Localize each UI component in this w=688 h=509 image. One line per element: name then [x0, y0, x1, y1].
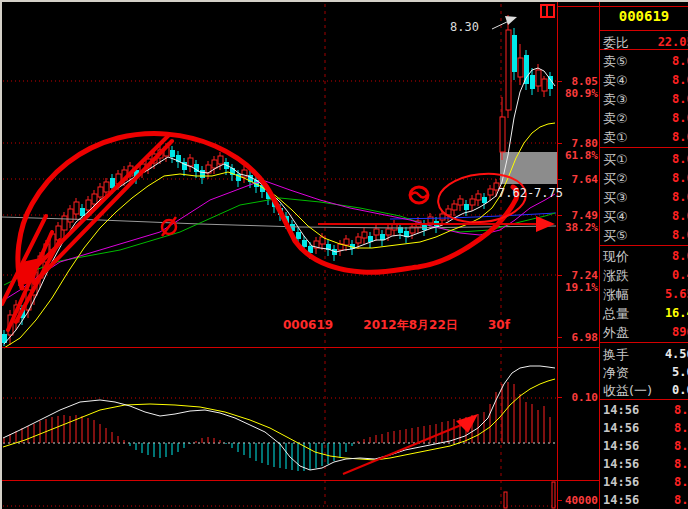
chart-caption: 000619 2012年8月22日 30f	[283, 317, 536, 334]
axis-tick	[557, 179, 562, 180]
caption-stock-code: 000619	[283, 318, 333, 332]
weibi-value: 22.05%	[603, 35, 688, 49]
nav-value: 5.04	[603, 365, 688, 379]
tape-price: 8.04	[603, 475, 688, 489]
tape-price: 8.05	[603, 421, 688, 435]
axis-pct-label: 38.2%	[557, 221, 598, 234]
tape-price: 8.05	[603, 403, 688, 417]
axis-label: 0.10	[557, 391, 598, 404]
outer-volume-value: 8904	[603, 325, 688, 339]
tape-price: 8.05	[603, 493, 688, 507]
ask4-price: 8.08	[603, 73, 688, 87]
axis-pct-label: 80.9%	[557, 87, 598, 100]
bid2-price: 8.03	[603, 171, 688, 185]
last-price-value: 8.05	[603, 249, 688, 263]
axis-label: 6.98	[557, 331, 598, 344]
trading-app-window: 8.30 7.62-7.75 000619 2012年8月22日 30f 8.0…	[0, 0, 688, 509]
axis-label: 7.64	[557, 173, 598, 186]
ask1-price: 8.05	[603, 130, 688, 144]
bid3-price: 8.02	[603, 190, 688, 204]
ask5-price: 8.09	[603, 54, 688, 68]
axis-tick	[557, 215, 562, 216]
axis-tick	[557, 397, 562, 398]
eps-value: 0.07	[603, 383, 688, 397]
bid4-price: 8.01	[603, 209, 688, 223]
peak-price-label: 8.30	[450, 20, 479, 34]
total-volume-value: 16.45	[603, 306, 688, 320]
caption-date: 2012年8月22日	[363, 318, 457, 332]
window-border-left	[0, 0, 2, 509]
separator	[600, 147, 688, 148]
macd-panel-divider	[2, 347, 600, 348]
tape-price: 8.04	[603, 439, 688, 453]
caption-period: 30f	[488, 318, 510, 332]
change-value: 0.43	[603, 268, 688, 282]
ask3-price: 8.07	[603, 92, 688, 106]
bid5-price: 8.00	[603, 228, 688, 242]
axis-tick	[557, 143, 562, 144]
axis-tick	[557, 337, 562, 338]
axis-tick	[557, 81, 562, 82]
bid1-price: 8.04	[603, 152, 688, 166]
main-chart-svg	[0, 0, 557, 509]
tape-price: 8.05	[603, 457, 688, 471]
change-pct-value: 5.65%	[603, 287, 688, 301]
axis-pct-label: 19.1%	[557, 281, 598, 294]
stock-code-header[interactable]: 000619	[600, 8, 688, 24]
restore-window-icon[interactable]	[540, 4, 555, 18]
axis-tick	[557, 500, 562, 501]
separator	[600, 245, 688, 246]
axis-tick	[557, 275, 562, 276]
volume-panel-divider	[2, 480, 600, 481]
window-border-top	[0, 0, 688, 2]
axis-label: 40000	[557, 494, 598, 507]
separator	[600, 342, 688, 343]
turnover-value: 4.56%	[603, 347, 688, 361]
gap-range-label: 7.62-7.75	[498, 186, 563, 200]
separator	[600, 30, 688, 31]
ask2-price: 8.06	[603, 111, 688, 125]
axis-pct-label: 61.8%	[557, 149, 598, 162]
quote-panel: 000619 委比 22.05% 卖⑤ 8.09 卖④ 8.08 卖③ 8.07…	[600, 0, 688, 509]
